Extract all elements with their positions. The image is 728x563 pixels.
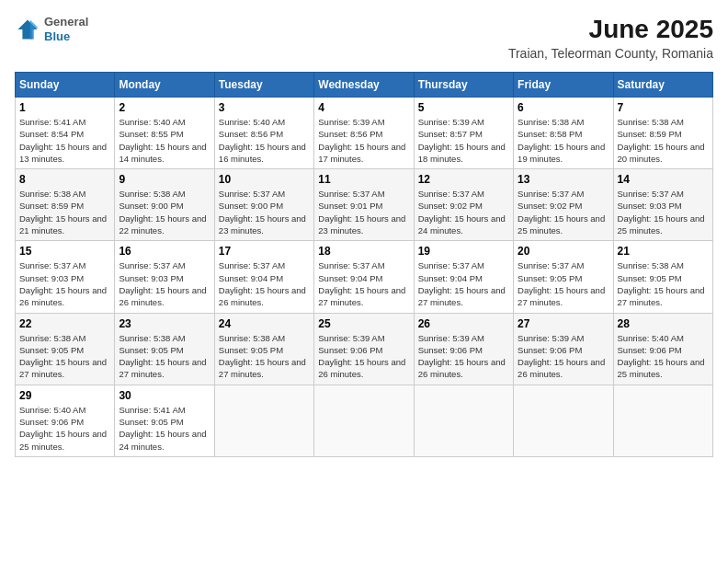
day-info: Sunrise: 5:39 AMSunset: 9:06 PMDaylight:… [418,332,509,381]
calendar-cell: 7Sunrise: 5:38 AMSunset: 8:59 PMDaylight… [613,98,712,169]
calendar-cell: 3Sunrise: 5:40 AMSunset: 8:56 PMDaylight… [214,98,313,169]
calendar-cell: 12Sunrise: 5:37 AMSunset: 9:02 PMDayligh… [414,169,513,241]
calendar-cell: 16Sunrise: 5:37 AMSunset: 9:03 PMDayligh… [115,241,214,313]
day-info: Sunrise: 5:37 AMSunset: 9:04 PMDaylight:… [219,259,310,308]
day-number: 1 [19,101,110,114]
day-info: Sunrise: 5:38 AMSunset: 9:05 PMDaylight:… [219,332,310,381]
day-info: Sunrise: 5:39 AMSunset: 9:06 PMDaylight:… [318,332,409,381]
logo: General Blue [15,15,88,43]
day-number: 24 [219,317,310,330]
calendar-week-row: 22Sunrise: 5:38 AMSunset: 9:05 PMDayligh… [16,313,713,385]
logo-line2: Blue [44,29,88,44]
day-info: Sunrise: 5:37 AMSunset: 9:03 PMDaylight:… [119,259,210,308]
calendar-cell: 27Sunrise: 5:39 AMSunset: 9:06 PMDayligh… [514,313,613,385]
day-number: 30 [119,389,210,402]
weekday-header-tuesday: Tuesday [214,73,313,98]
calendar-cell: 18Sunrise: 5:37 AMSunset: 9:04 PMDayligh… [314,241,414,313]
day-info: Sunrise: 5:38 AMSunset: 8:59 PMDaylight:… [19,188,110,236]
calendar-cell: 1Sunrise: 5:41 AMSunset: 8:54 PMDaylight… [16,98,115,169]
calendar-cell: 30Sunrise: 5:41 AMSunset: 9:05 PMDayligh… [115,385,214,456]
day-info: Sunrise: 5:37 AMSunset: 9:05 PMDaylight:… [518,259,609,308]
calendar-cell: 25Sunrise: 5:39 AMSunset: 9:06 PMDayligh… [314,313,414,385]
calendar-cell: 26Sunrise: 5:39 AMSunset: 9:06 PMDayligh… [414,313,513,385]
day-number: 20 [518,245,609,258]
day-info: Sunrise: 5:37 AMSunset: 9:03 PMDaylight:… [19,259,110,308]
day-info: Sunrise: 5:38 AMSunset: 9:05 PMDaylight:… [119,332,210,381]
day-info: Sunrise: 5:37 AMSunset: 9:00 PMDaylight:… [219,188,310,236]
page-header: General Blue June 2025 Traian, Teleorman… [15,15,713,61]
day-number: 29 [19,389,110,402]
calendar-cell [314,385,414,456]
weekday-header-monday: Monday [115,73,214,98]
day-number: 9 [119,173,210,186]
calendar-cell: 24Sunrise: 5:38 AMSunset: 9:05 PMDayligh… [214,313,313,385]
calendar-cell: 29Sunrise: 5:40 AMSunset: 9:06 PMDayligh… [16,385,115,456]
day-info: Sunrise: 5:37 AMSunset: 9:02 PMDaylight:… [518,188,609,236]
calendar-week-row: 1Sunrise: 5:41 AMSunset: 8:54 PMDaylight… [16,98,713,169]
day-number: 19 [418,245,509,258]
day-number: 11 [318,173,409,186]
day-number: 5 [418,101,509,114]
day-number: 27 [518,317,609,330]
day-number: 6 [518,101,609,114]
day-number: 23 [119,317,210,330]
calendar-cell: 8Sunrise: 5:38 AMSunset: 8:59 PMDaylight… [16,169,115,241]
day-number: 2 [119,101,210,114]
calendar-cell: 5Sunrise: 5:39 AMSunset: 8:57 PMDaylight… [414,98,513,169]
calendar-cell: 4Sunrise: 5:39 AMSunset: 8:56 PMDaylight… [314,98,414,169]
logo-text: General Blue [44,15,88,43]
weekday-header-sunday: Sunday [16,73,115,98]
day-info: Sunrise: 5:38 AMSunset: 9:05 PMDaylight:… [19,332,110,381]
day-info: Sunrise: 5:39 AMSunset: 8:57 PMDaylight:… [418,116,509,165]
weekday-header-thursday: Thursday [414,73,513,98]
calendar-week-row: 8Sunrise: 5:38 AMSunset: 8:59 PMDaylight… [16,169,713,241]
day-number: 21 [618,245,709,258]
day-info: Sunrise: 5:40 AMSunset: 8:56 PMDaylight:… [219,116,310,165]
calendar-cell [414,385,513,456]
day-info: Sunrise: 5:39 AMSunset: 8:56 PMDaylight:… [318,116,409,165]
weekday-header-friday: Friday [514,73,613,98]
day-number: 18 [318,245,409,258]
day-info: Sunrise: 5:39 AMSunset: 9:06 PMDaylight:… [518,332,609,381]
calendar-cell: 15Sunrise: 5:37 AMSunset: 9:03 PMDayligh… [16,241,115,313]
calendar-cell: 20Sunrise: 5:37 AMSunset: 9:05 PMDayligh… [514,241,613,313]
calendar-cell: 9Sunrise: 5:38 AMSunset: 9:00 PMDaylight… [115,169,214,241]
day-info: Sunrise: 5:40 AMSunset: 8:55 PMDaylight:… [119,116,210,165]
day-number: 26 [418,317,509,330]
day-info: Sunrise: 5:38 AMSunset: 8:58 PMDaylight:… [518,116,609,165]
day-info: Sunrise: 5:38 AMSunset: 9:05 PMDaylight:… [618,259,709,308]
calendar-cell: 13Sunrise: 5:37 AMSunset: 9:02 PMDayligh… [514,169,613,241]
day-number: 3 [219,101,310,114]
title-section: June 2025 Traian, Teleorman County, Roma… [508,15,713,61]
calendar-cell: 6Sunrise: 5:38 AMSunset: 8:58 PMDaylight… [514,98,613,169]
calendar-week-row: 15Sunrise: 5:37 AMSunset: 9:03 PMDayligh… [16,241,713,313]
day-info: Sunrise: 5:37 AMSunset: 9:04 PMDaylight:… [318,259,409,308]
day-number: 16 [119,245,210,258]
calendar-cell: 10Sunrise: 5:37 AMSunset: 9:00 PMDayligh… [214,169,313,241]
calendar-cell [214,385,313,456]
calendar-table: SundayMondayTuesdayWednesdayThursdayFrid… [15,72,713,457]
day-number: 28 [618,317,709,330]
month-title: June 2025 [508,15,713,44]
day-number: 22 [19,317,110,330]
location-title: Traian, Teleorman County, Romania [508,46,713,61]
day-number: 25 [318,317,409,330]
calendar-cell: 22Sunrise: 5:38 AMSunset: 9:05 PMDayligh… [16,313,115,385]
day-number: 4 [318,101,409,114]
day-number: 10 [219,173,310,186]
day-number: 12 [418,173,509,186]
weekday-header-wednesday: Wednesday [314,73,414,98]
calendar-header-row: SundayMondayTuesdayWednesdayThursdayFrid… [16,73,713,98]
day-info: Sunrise: 5:37 AMSunset: 9:02 PMDaylight:… [418,188,509,236]
calendar-cell: 14Sunrise: 5:37 AMSunset: 9:03 PMDayligh… [613,169,712,241]
day-info: Sunrise: 5:38 AMSunset: 9:00 PMDaylight:… [119,188,210,236]
day-info: Sunrise: 5:37 AMSunset: 9:04 PMDaylight:… [418,259,509,308]
calendar-cell: 23Sunrise: 5:38 AMSunset: 9:05 PMDayligh… [115,313,214,385]
day-number: 7 [618,101,709,114]
day-info: Sunrise: 5:40 AMSunset: 9:06 PMDaylight:… [618,332,709,381]
day-info: Sunrise: 5:41 AMSunset: 9:05 PMDaylight:… [119,404,210,453]
calendar-cell: 2Sunrise: 5:40 AMSunset: 8:55 PMDaylight… [115,98,214,169]
calendar-cell: 19Sunrise: 5:37 AMSunset: 9:04 PMDayligh… [414,241,513,313]
calendar-cell: 11Sunrise: 5:37 AMSunset: 9:01 PMDayligh… [314,169,414,241]
day-number: 15 [19,245,110,258]
